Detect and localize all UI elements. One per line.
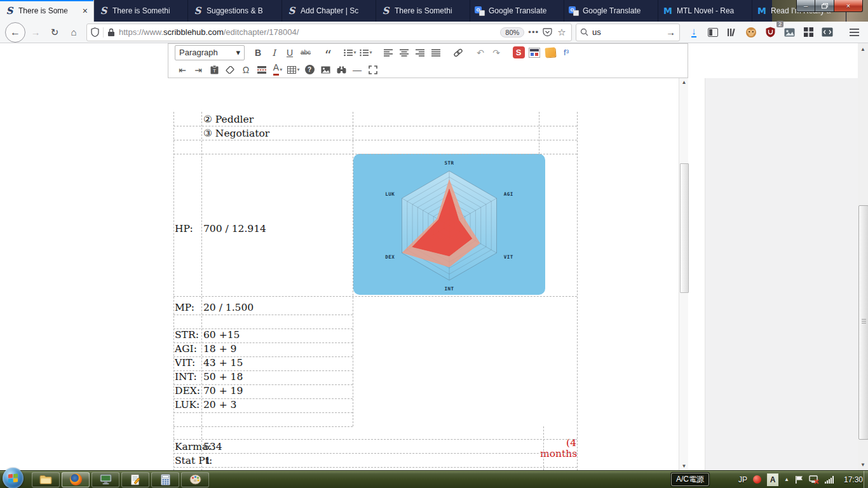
help-button[interactable]: ? — [302, 62, 317, 78]
numbered-list-button[interactable]: ▾ — [358, 45, 374, 60]
close-button[interactable]: × — [834, 0, 863, 12]
browser-scrollbar[interactable]: ▲ ▼ — [858, 43, 868, 471]
clear-formatting-eraser-button[interactable] — [222, 62, 238, 78]
align-left-button[interactable] — [381, 45, 396, 60]
sticky-note-button[interactable] — [543, 45, 558, 60]
taskbar-firefox-button[interactable] — [62, 472, 90, 487]
page-actions-icon[interactable]: ••• — [528, 27, 539, 37]
back-button[interactable]: ← — [5, 22, 25, 43]
zoom-level-badge[interactable]: 80% — [500, 27, 524, 37]
search-go-icon[interactable]: → — [666, 27, 675, 37]
scroll-down-icon[interactable]: ▼ — [679, 462, 689, 471]
restore-button[interactable] — [815, 0, 834, 12]
svg-text:T: T — [213, 68, 216, 74]
blockquote-button[interactable]: “ — [320, 42, 336, 64]
action-center-flag-icon[interactable] — [795, 475, 803, 484]
ime-red-orb-icon[interactable] — [753, 475, 761, 484]
forward-button[interactable]: → — [27, 24, 44, 41]
table-button[interactable]: ▾ — [286, 62, 301, 78]
link-button[interactable] — [451, 45, 466, 60]
pocket-icon[interactable] — [543, 27, 552, 37]
library-button[interactable] — [723, 24, 741, 41]
url-text[interactable]: https://www.scribblehub.com/editchapter/… — [119, 27, 496, 37]
redo-button[interactable]: ↷ — [489, 45, 504, 60]
horizontal-rule-button[interactable]: — — [349, 62, 365, 78]
tab-scribblehub-2[interactable]: S There is Somethi — [94, 0, 188, 22]
bookmark-star-icon[interactable]: ☆ — [556, 24, 567, 41]
sidebar-button[interactable] — [704, 24, 722, 41]
italic-button[interactable]: I — [266, 45, 281, 60]
tab-suggestions[interactable]: S Suggestions & B — [188, 0, 282, 22]
tab-google-translate-1[interactable]: G Google Translate — [470, 0, 564, 22]
page-break-button[interactable] — [254, 62, 269, 78]
taskbar-file-explorer-button[interactable] — [32, 472, 60, 487]
editor-scrollbar-thumb[interactable] — [680, 163, 689, 293]
scroll-up-icon[interactable]: ▲ — [679, 78, 689, 87]
windows-logo-icon — [8, 473, 18, 483]
network-disconnected-icon[interactable] — [809, 475, 819, 484]
menu-hamburger-button[interactable] — [845, 24, 863, 41]
strikethrough-button[interactable]: abc — [298, 45, 313, 60]
undo-button[interactable]: ↶ — [473, 45, 488, 60]
scribblehub-s-button[interactable]: S — [511, 45, 526, 60]
fullscreen-button[interactable] — [365, 62, 381, 78]
find-replace-button[interactable] — [334, 62, 349, 78]
taskbar-clock[interactable]: 17:30 — [844, 475, 863, 484]
footnote-f3-button[interactable]: f³ — [559, 45, 574, 60]
ime-input-mode[interactable]: A — [767, 473, 778, 486]
search-input[interactable]: us — [592, 27, 662, 37]
tampermonkey-icon[interactable] — [742, 24, 760, 41]
start-button[interactable] — [3, 468, 24, 488]
tray-expand-icon[interactable]: ▲ — [784, 477, 789, 482]
editor-scrollbar[interactable]: ▲ ▼ — [679, 78, 688, 471]
ime-language-indicator[interactable]: JP — [738, 475, 747, 484]
editor-content-area[interactable]: ② Peddler ③ Negotiator HP:700 / 12.914 M… — [0, 78, 679, 471]
align-right-button[interactable] — [412, 45, 428, 60]
chevron-down-icon: ▾ — [280, 67, 282, 72]
bullet-list-button[interactable]: ▾ — [342, 45, 358, 60]
browser-scrollbar-thumb[interactable] — [858, 205, 868, 440]
underline-button[interactable]: U — [282, 45, 297, 60]
window-controls: – × — [796, 0, 863, 12]
show-desktop-button[interactable] — [864, 471, 868, 488]
align-justify-button[interactable] — [428, 45, 444, 60]
tab-google-translate-2[interactable]: G Google Translate — [564, 0, 658, 22]
tab-scribblehub-active[interactable]: S There is Some × — [0, 0, 94, 22]
indent-button[interactable]: ⇥ — [191, 62, 206, 78]
taskbar-calculator-button[interactable] — [151, 472, 179, 487]
signal-strength-icon[interactable] — [825, 476, 834, 484]
font-color-button[interactable]: A▾ — [270, 62, 285, 78]
outdent-button[interactable]: ⇤ — [175, 62, 190, 78]
special-character-button[interactable]: Ω — [238, 62, 254, 78]
url-bar[interactable]: https://www.scribblehub.com/editchapter/… — [86, 24, 572, 41]
reload-button[interactable]: ↻ — [46, 24, 64, 41]
tab-scribblehub-5[interactable]: S There is Somethi — [376, 0, 470, 22]
scroll-down-icon[interactable]: ▼ — [858, 460, 868, 470]
downloads-button[interactable]: ↓ — [685, 24, 703, 41]
news-button[interactable] — [527, 45, 542, 60]
stat-row-str: STR:60 +15 — [175, 329, 240, 341]
ac-power-indicator[interactable]: A/C電源 — [671, 473, 709, 486]
insert-image-button[interactable] — [318, 62, 333, 78]
bold-button[interactable]: B — [250, 45, 266, 60]
home-button[interactable]: ⌂ — [65, 24, 83, 41]
search-bar[interactable]: us → — [576, 24, 680, 41]
table-grid-line — [173, 439, 577, 440]
taskbar-computer-button[interactable] — [92, 472, 119, 487]
extensions-button[interactable] — [799, 24, 817, 41]
paragraph-format-select[interactable]: Paragraph▾ — [175, 45, 245, 60]
tab-mtl-novel[interactable]: M MTL Novel - Rea — [658, 0, 752, 22]
paste-as-text-button[interactable]: T — [207, 62, 222, 78]
taskbar-notepad-button[interactable] — [121, 472, 149, 487]
minimize-button[interactable]: – — [796, 0, 815, 12]
tab-add-chapter[interactable]: S Add Chapter | Sc — [282, 0, 376, 22]
align-center-button[interactable] — [397, 45, 412, 60]
ublock-origin-button[interactable]: 2 — [761, 24, 779, 41]
scroll-up-icon[interactable]: ▲ — [858, 44, 868, 54]
table-grid-line — [173, 154, 577, 154]
taskbar-paint-button[interactable] — [181, 472, 209, 487]
tracking-protection-shield-icon[interactable] — [91, 27, 99, 37]
devtools-code-button[interactable] — [818, 24, 836, 41]
stats-radar-chart[interactable]: STRAGIVITINTDEXLUK — [353, 154, 545, 295]
tab-close-icon[interactable]: × — [81, 6, 89, 15]
